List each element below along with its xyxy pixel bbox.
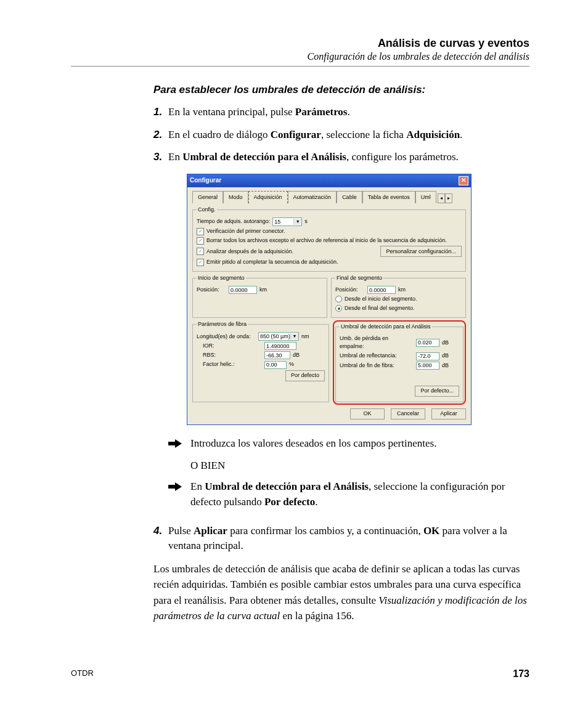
text: .: [347, 106, 349, 118]
tab-scroll-left-icon[interactable]: ◂: [438, 193, 445, 203]
legend-inicio: Inicio de segmento: [197, 274, 246, 282]
label-rbs: RBS:: [197, 351, 262, 359]
umbral-por-defecto-button[interactable]: Por defecto...: [415, 386, 459, 397]
input-ior[interactable]: [264, 342, 296, 350]
text: en la página 156.: [280, 610, 354, 622]
svg-marker-1: [168, 482, 182, 491]
bold-text: OK: [423, 525, 439, 537]
legend-umbral: Umbral de detección para el Análisis: [340, 323, 432, 331]
fieldset-parametros-fibra: Parámetros de fibra Longitud(es) de onda…: [192, 320, 329, 402]
radio-desde-final[interactable]: [335, 305, 342, 312]
bullet-item: Introduzca los valores deseados en los c…: [168, 436, 529, 452]
step-4: 4. Pulse Aplicar para confirmar los camb…: [153, 524, 529, 554]
label-umb-reflectancia: Umbral de reflectancia:: [340, 352, 414, 360]
body-paragraph: Los umbrales de detección de análisis qu…: [153, 561, 529, 624]
unit-db: dB: [293, 351, 300, 359]
label-longitud: Longitud(es) de onda:: [197, 333, 256, 341]
unit-km: km: [259, 286, 267, 294]
legend-fibra: Parámetros de fibra: [197, 320, 248, 328]
unit-db: dB: [442, 339, 449, 347]
text: Pulse: [168, 525, 194, 537]
tab-modo[interactable]: Modo: [223, 191, 248, 203]
fieldset-final-segmento: Final de segmento Posición: km Desde el …: [331, 274, 466, 318]
page-header-subtitle: Configuración de los umbrales de detecci…: [71, 51, 529, 62]
section-subheading: Para establecer los umbrales de detecció…: [153, 84, 529, 96]
select-longitud[interactable]: 850 (50 µm)▼: [258, 332, 299, 341]
step-2: 2. En el cuadro de diálogo Configurar, s…: [153, 128, 529, 143]
fibra-por-defecto-button[interactable]: Por defecto: [285, 370, 325, 381]
select-tiempo[interactable]: 15▼: [272, 217, 302, 226]
input-umb-empalme[interactable]: [416, 339, 439, 347]
select-value: 850 (50 µm): [260, 333, 290, 341]
step-number: 1.: [153, 105, 168, 120]
input-inicio-posicion[interactable]: [229, 286, 257, 294]
tab-automatizacion[interactable]: Automatización: [288, 191, 337, 203]
checkbox-verificacion[interactable]: ✓: [197, 228, 204, 235]
bold-text: Aplicar: [194, 525, 227, 537]
label-radio: Desde el inicio del segmento.: [345, 295, 417, 303]
fieldset-inicio-segmento: Inicio de segmento Posición: km: [192, 274, 327, 318]
input-helic[interactable]: [264, 361, 287, 369]
tab-tabla-eventos[interactable]: Tabla de eventos: [362, 191, 415, 203]
checkbox-analizar[interactable]: ✓: [197, 248, 204, 255]
dialog-title: Configurar: [190, 176, 221, 185]
cancel-button[interactable]: Cancelar: [391, 408, 425, 420]
dialog-titlebar: Configurar ✕: [187, 174, 471, 187]
page-number: 173: [513, 668, 529, 680]
tab-adquisicion[interactable]: Adquisición: [248, 191, 288, 203]
highlight-umbral: Umbral de detección para el Análisis Umb…: [333, 320, 466, 404]
or-text: O BIEN: [190, 458, 529, 474]
step-number: 3.: [153, 150, 168, 516]
step-number: 2.: [153, 128, 168, 143]
chevron-down-icon: ▼: [290, 333, 298, 339]
input-final-posicion[interactable]: [367, 286, 396, 294]
close-icon[interactable]: ✕: [459, 176, 468, 185]
bold-text: Umbral de detección para el Análisis: [205, 481, 369, 492]
label-checkbox: Borrar todos los archivos excepto el arc…: [206, 237, 447, 245]
bold-text: Configurar: [271, 129, 321, 140]
page-header-title: Análisis de curvas y eventos: [71, 37, 529, 50]
step-3: 3. En Umbral de detección para el Anális…: [153, 150, 529, 516]
text: , seleccione la ficha: [321, 129, 406, 140]
tab-cable[interactable]: Cable: [337, 191, 362, 203]
label-checkbox: Analizar después de la adquisición.: [206, 248, 293, 256]
label-umb-fin-fibra: Umbral de fin de fibra:: [340, 362, 414, 370]
checkbox-borrar[interactable]: ✓: [197, 237, 204, 245]
dialog-configurar: Configurar ✕ General Modo Adquisición Au…: [187, 174, 472, 425]
radio-desde-inicio[interactable]: [335, 296, 342, 302]
text: .: [460, 129, 462, 140]
arrow-icon: [168, 479, 190, 509]
personalizar-button[interactable]: Personalizar configuración...: [380, 246, 462, 257]
label-checkbox: Verificación del primer conector.: [206, 227, 285, 235]
legend-final: Final de segmento: [335, 274, 383, 282]
apply-button[interactable]: Aplicar: [431, 408, 466, 420]
text: para confirmar los cambios y, a continua…: [227, 525, 423, 537]
input-umb-fin-fibra[interactable]: [416, 362, 439, 370]
tab-uml[interactable]: Uml: [415, 191, 436, 203]
unit-pct: %: [289, 360, 294, 368]
checkbox-pitido[interactable]: ✓: [197, 259, 204, 266]
input-umb-reflectancia[interactable]: [416, 352, 439, 360]
label-radio: Desde el final del segmento.: [345, 304, 415, 312]
label-tiempo: Tiempo de adquis. autorango:: [197, 217, 270, 225]
fieldset-config: Config. Tiempo de adquis. autorango: 15▼…: [192, 206, 466, 272]
ok-button[interactable]: OK: [350, 408, 385, 420]
text: En: [168, 151, 182, 163]
input-rbs[interactable]: [264, 351, 290, 359]
svg-marker-0: [168, 439, 182, 448]
text: En el cuadro de diálogo: [168, 129, 271, 140]
tab-general[interactable]: General: [192, 191, 223, 203]
arrow-icon: [168, 436, 190, 452]
dialog-tabs: General Modo Adquisición Automatización …: [192, 191, 466, 203]
label-posicion: Posición:: [335, 286, 365, 294]
label-helic: Factor helic.:: [197, 360, 262, 368]
tab-scroll-right-icon[interactable]: ▸: [445, 193, 452, 203]
unit-nm: nm: [301, 333, 309, 341]
bold-text: Adquisición: [406, 129, 460, 140]
header-rule: [71, 66, 529, 67]
step-1: 1. En la ventana principal, pulse Paráme…: [153, 105, 529, 120]
fieldset-umbral-deteccion: Umbral de detección para el Análisis Umb…: [335, 323, 463, 402]
bold-text: Umbral de detección para el Análisis: [182, 151, 346, 163]
text: , configure los parámetros.: [346, 151, 459, 163]
text: Introduzca los valores deseados en los c…: [190, 436, 436, 452]
